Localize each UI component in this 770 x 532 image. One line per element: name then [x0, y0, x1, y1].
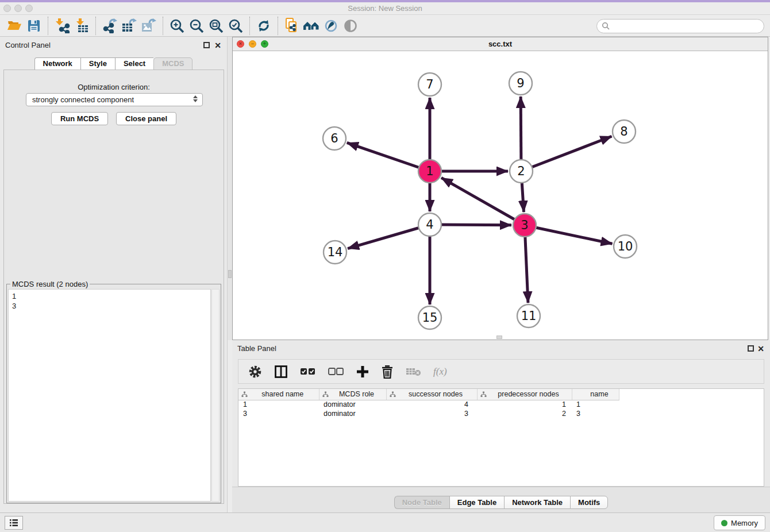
export-image-button[interactable] [139, 17, 159, 35]
graph-edge-4-14[interactable] [348, 225, 430, 249]
toolbar-separator [278, 17, 278, 35]
network-window-titlebar[interactable]: × − + scc.txt [233, 37, 768, 51]
tab-mcds[interactable]: MCDS [153, 57, 192, 70]
table-settings-gear-icon[interactable] [248, 364, 263, 379]
vertical-splitter[interactable] [228, 37, 232, 340]
save-session-button[interactable] [24, 17, 44, 35]
network-canvas[interactable]: 7968124314101511 [233, 51, 768, 340]
graph-node-label-15: 15 [422, 311, 438, 325]
run-mcds-button[interactable]: Run MCDS [51, 112, 108, 125]
search-field-wrap [596, 19, 764, 33]
cell-predecessor-nodes[interactable]: 2 [477, 409, 572, 418]
tab-node-table[interactable]: Node Table [394, 496, 449, 509]
graph-edge-3-10[interactable] [525, 225, 612, 244]
memory-button[interactable]: Memory [714, 515, 765, 530]
column-header-mcds-role[interactable]: MCDS role [319, 389, 386, 400]
column-header-shared-name[interactable]: shared name [238, 389, 319, 400]
zoom-fit-button[interactable] [206, 17, 226, 35]
optimization-criterion-value: strongly connected component [32, 95, 134, 104]
graph-edge-2-8[interactable] [521, 136, 612, 171]
tab-network-table[interactable]: Network Table [504, 496, 570, 509]
select-all-columns-icon[interactable] [299, 366, 317, 377]
main-titlebar: Session: New Session [0, 2, 770, 15]
close-table-panel-icon[interactable]: ✕ [757, 344, 764, 353]
column-header-name[interactable]: name [572, 389, 619, 400]
tab-network[interactable]: Network [34, 57, 80, 70]
column-type-icon [480, 391, 487, 398]
network-view-window: × − + scc.txt 7968124314101511 [232, 37, 768, 340]
table-row[interactable]: 3 dominator 3 2 3 [238, 409, 619, 418]
cell-predecessor-nodes[interactable]: 1 [477, 400, 572, 409]
delete-table-icon[interactable] [405, 366, 422, 377]
export-image-icon [141, 18, 157, 33]
export-table-button[interactable] [120, 17, 139, 35]
graph-node-label-8: 8 [620, 125, 627, 138]
vertical-splitter-grip[interactable] [228, 270, 232, 278]
horizontal-splitter-grip[interactable] [496, 336, 502, 339]
tab-motifs[interactable]: Motifs [570, 496, 608, 509]
unselect-all-columns-icon[interactable] [328, 366, 345, 377]
import-network-button[interactable] [52, 17, 72, 35]
float-table-panel-icon[interactable] [748, 345, 754, 352]
graph-edge-3-1[interactable] [441, 178, 525, 225]
cell-mcds-role[interactable]: dominator [319, 400, 386, 409]
create-column-plus-icon[interactable] [356, 365, 369, 379]
tab-style[interactable]: Style [80, 57, 115, 70]
clone-network-button[interactable] [282, 17, 302, 35]
graphics-details-button[interactable] [321, 17, 341, 35]
mcds-result-title: MCDS result (2 nodes) [10, 280, 90, 288]
table-panel-footer: Node Table Edge Table Network Table Moti… [232, 487, 770, 512]
eye-button[interactable] [341, 17, 360, 35]
import-table-button[interactable] [72, 17, 91, 35]
table-header-row: shared name MCDS role successor nodes pr… [238, 389, 619, 400]
cell-shared-name[interactable]: 3 [238, 409, 319, 418]
cell-successor-nodes[interactable]: 3 [386, 409, 477, 418]
open-file-button[interactable] [5, 17, 24, 35]
import-network-icon [55, 18, 70, 33]
home-icon [303, 18, 320, 33]
zoom-out-button[interactable] [187, 17, 206, 35]
show-columns-icon[interactable] [274, 364, 288, 379]
mcds-result-scrollbar[interactable] [211, 289, 220, 502]
cell-successor-nodes[interactable]: 4 [386, 400, 477, 409]
mcds-result-list[interactable]: 1 3 [8, 289, 211, 502]
tab-select[interactable]: Select [115, 57, 153, 70]
network-window-title: scc.txt [233, 40, 768, 48]
search-input[interactable] [596, 19, 764, 33]
refresh-button[interactable] [254, 17, 274, 35]
graph-node-label-6: 6 [330, 132, 338, 145]
home-button[interactable] [302, 17, 321, 35]
zoom-selected-button[interactable] [226, 17, 245, 35]
function-builder-icon[interactable]: f(x) [433, 366, 447, 377]
column-header-predecessor-nodes[interactable]: predecessor nodes [477, 389, 572, 400]
clone-network-icon [284, 17, 300, 34]
cell-name[interactable]: 1 [572, 400, 619, 409]
node-table: shared name MCDS role successor nodes pr… [238, 388, 764, 487]
export-network-button[interactable] [100, 17, 120, 35]
task-list-icon [9, 518, 19, 527]
column-header-successor-nodes[interactable]: successor nodes [386, 389, 477, 400]
graph-edge-4-3[interactable] [430, 225, 511, 225]
toolbar-separator [163, 17, 163, 35]
cell-shared-name[interactable]: 1 [238, 400, 319, 409]
graph-edge-1-6[interactable] [347, 142, 430, 171]
export-network-icon [102, 18, 118, 33]
zoom-out-icon [188, 18, 205, 34]
main-toolbar [0, 15, 770, 37]
optimization-criterion-label: Optimization criterion: [4, 83, 224, 91]
tab-edge-table[interactable]: Edge Table [449, 496, 504, 509]
delete-column-trash-icon[interactable] [380, 364, 394, 379]
table-row[interactable]: 1 dominator 4 1 1 [238, 400, 619, 409]
float-panel-icon[interactable] [203, 42, 210, 48]
task-history-button[interactable] [5, 516, 23, 530]
graph-svg: 7968124314101511 [233, 51, 768, 340]
close-panel-icon[interactable]: ✕ [214, 41, 221, 50]
cell-name[interactable]: 3 [572, 409, 619, 418]
memory-status-icon [721, 520, 727, 526]
close-panel-button[interactable]: Close panel [116, 112, 176, 125]
optimization-criterion-select[interactable]: strongly connected component [26, 93, 203, 106]
cell-mcds-role[interactable]: dominator [319, 409, 386, 418]
zoom-in-button[interactable] [167, 17, 187, 35]
export-table-icon [121, 18, 137, 33]
control-panel-header: Control Panel ✕ [0, 37, 227, 53]
